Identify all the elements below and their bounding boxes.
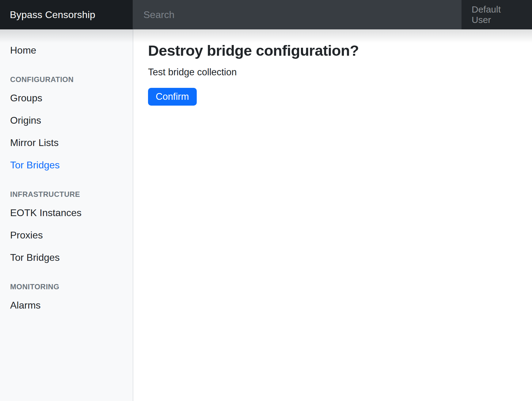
sidebar-section-infrastructure: INFRASTRUCTURE [10, 190, 123, 199]
user-menu-label: Default User [472, 4, 522, 25]
bridge-name: Test bridge collection [148, 65, 517, 80]
user-menu[interactable]: Default User [462, 0, 532, 29]
sidebar-item-tor-bridges-infra[interactable]: Tor Bridges [0, 246, 133, 269]
sidebar: Home CONFIGURATION Groups Origins Mirror… [0, 29, 133, 401]
sidebar-item-groups[interactable]: Groups [0, 87, 133, 109]
sidebar-item-proxies[interactable]: Proxies [0, 224, 133, 246]
main-content: Destroy bridge configuration? Test bridg… [133, 29, 532, 401]
sidebar-item-mirror-lists[interactable]: Mirror Lists [0, 132, 133, 154]
sidebar-section-monitoring: MONITORING [10, 282, 123, 291]
confirm-button[interactable]: Confirm [148, 88, 197, 106]
sidebar-item-home[interactable]: Home [0, 39, 133, 62]
search-input[interactable] [143, 9, 451, 21]
app-brand[interactable]: Bypass Censorship [0, 0, 133, 29]
search-bar [133, 0, 462, 29]
sidebar-section-configuration: CONFIGURATION [10, 75, 123, 84]
sidebar-item-tor-bridges-config[interactable]: Tor Bridges [0, 154, 133, 176]
sidebar-item-origins[interactable]: Origins [0, 109, 133, 132]
page-title: Destroy bridge configuration? [148, 42, 517, 59]
sidebar-item-eotk-instances[interactable]: EOTK Instances [0, 202, 133, 224]
sidebar-item-alarms[interactable]: Alarms [0, 294, 133, 317]
app-navbar: Bypass Censorship Default User [0, 0, 532, 29]
